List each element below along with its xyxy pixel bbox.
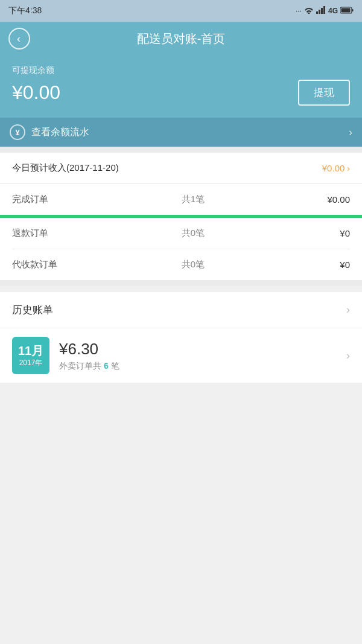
- back-icon: ‹: [17, 33, 21, 44]
- withdraw-button[interactable]: 提现: [298, 80, 350, 106]
- month-amount: ¥6.30: [59, 340, 346, 359]
- collection-orders-row: 代收款订单 共0笔 ¥0: [0, 249, 362, 280]
- month-orders-text: 外卖订单共 6 笔: [59, 361, 346, 372]
- completed-count: 共1笔: [72, 194, 314, 205]
- wifi-icon: [304, 6, 314, 16]
- bottom-space: [0, 383, 362, 455]
- balance-label: 可提现余额: [12, 65, 350, 76]
- today-income-value: ¥0.00 ›: [322, 163, 350, 173]
- yuan-icon: ¥: [10, 124, 25, 140]
- balance-section: 可提现余额 ¥0.00 提现: [0, 56, 362, 118]
- month-badge-month: 11月: [18, 343, 43, 358]
- flow-link-text: 查看余额流水: [31, 126, 349, 139]
- 4g-label: 4G: [328, 7, 338, 15]
- month-badge-year: 2017年: [19, 358, 43, 368]
- flow-link[interactable]: ¥ 查看余额流水 ›: [0, 118, 362, 147]
- svg-rect-0: [316, 11, 318, 14]
- signal-dots: ···: [296, 7, 302, 15]
- today-income-row: 今日预计收入(2017-11-20) ¥0.00 ›: [0, 153, 362, 184]
- balance-amount: ¥0.00: [12, 81, 60, 104]
- svg-rect-3: [323, 6, 325, 14]
- flow-link-arrow: ›: [349, 126, 352, 139]
- status-time: 下午4:38: [8, 5, 42, 16]
- month-info: ¥6.30 外卖订单共 6 笔: [59, 340, 346, 372]
- svg-rect-5: [352, 9, 354, 11]
- refund-amount: ¥0: [314, 228, 350, 238]
- svg-rect-2: [321, 8, 323, 14]
- status-icons: ··· 4G: [296, 6, 354, 16]
- history-section[interactable]: 历史账单 ›: [0, 292, 362, 328]
- completed-label: 完成订单: [12, 194, 72, 205]
- completed-amount: ¥0.00: [314, 194, 350, 205]
- refund-count: 共0笔: [72, 228, 314, 239]
- orders-section: 完成订单 共1笔 ¥0.00 退款订单 共0笔 ¥0 代收款订单 共0笔 ¥0: [0, 184, 362, 280]
- month-badge: 11月 2017年: [12, 337, 49, 374]
- status-bar: 下午4:38 ··· 4G: [0, 0, 362, 22]
- balance-row: ¥0.00 提现: [12, 80, 350, 106]
- section-divider-2: [0, 280, 362, 286]
- back-button[interactable]: ‹: [8, 28, 30, 49]
- history-label: 历史账单: [12, 303, 53, 317]
- today-income-amount: ¥0.00: [322, 163, 345, 173]
- svg-rect-1: [319, 10, 320, 14]
- completed-orders-row: 完成订单 共1笔 ¥0.00: [0, 184, 362, 215]
- month-orders-count: 6: [104, 361, 109, 371]
- section-divider-1: [0, 147, 362, 153]
- refund-label: 退款订单: [12, 228, 72, 239]
- history-arrow: ›: [346, 304, 350, 316]
- month-orders-label2: 笔: [111, 361, 119, 371]
- page-title: 配送员对账-首页: [137, 31, 226, 47]
- month-card-arrow: ›: [346, 349, 350, 362]
- month-card[interactable]: 11月 2017年 ¥6.30 外卖订单共 6 笔 ›: [0, 328, 362, 383]
- svg-rect-6: [341, 8, 351, 12]
- today-income-label: 今日预计收入(2017-11-20): [12, 162, 119, 174]
- signal-icon: [316, 6, 326, 16]
- collection-amount: ¥0: [314, 260, 350, 270]
- month-orders-label1: 外卖订单共: [59, 361, 101, 371]
- collection-label: 代收款订单: [12, 259, 72, 270]
- header: ‹ 配送员对账-首页: [0, 22, 362, 56]
- today-income-arrow: ›: [347, 164, 350, 173]
- refund-orders-row: 退款订单 共0笔 ¥0: [0, 218, 362, 249]
- collection-count: 共0笔: [72, 259, 314, 270]
- battery-icon: [340, 7, 354, 16]
